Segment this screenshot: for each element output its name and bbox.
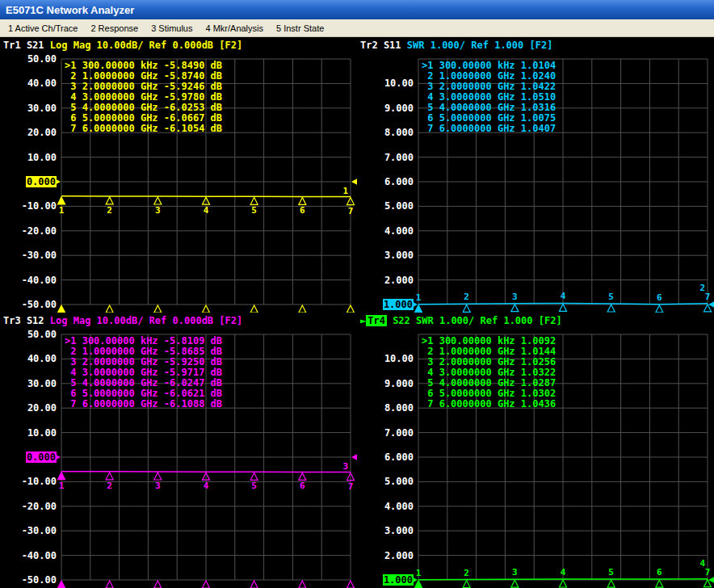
y-axis-label: 10.00	[0, 427, 57, 439]
panel-tr2-s11[interactable]: 12345672Tr2 S11 SWR 1.000/ Ref 1.000 [F2…	[357, 37, 714, 313]
marker-triangle-icon	[656, 580, 663, 587]
marker-triangle-icon	[250, 197, 258, 204]
marker-triangle-icon	[560, 304, 567, 311]
trace-title-label[interactable]: Tr3 S12	[3, 315, 50, 326]
ref-level-arrow-right	[351, 177, 357, 187]
y-axis-label: 10.00	[357, 78, 414, 89]
marker-number: 6	[300, 481, 305, 491]
panel-tr3-s12[interactable]: 12345673Tr3 S12 Log Mag 10.00dB/ Ref 0.0…	[0, 313, 357, 588]
marker-triangle-icon	[415, 305, 422, 313]
y-axis-label: 10.00	[0, 152, 57, 163]
marker-stimulus-triangle-icon	[347, 305, 355, 313]
marker-number: 4	[561, 291, 566, 301]
menu-item-stimulus[interactable]: 3 Stimulus	[145, 23, 199, 33]
window-titlebar[interactable]: E5071C Network Analyzer	[0, 0, 714, 19]
ref-level-arrow-right	[351, 452, 357, 462]
marker-stimulus-triangle-icon	[203, 305, 210, 313]
y-axis-label: 4.000	[357, 225, 414, 237]
y-axis-ref-label: 1.000	[357, 299, 414, 310]
y-axis-label: -20.00	[0, 501, 57, 512]
y-axis-ref-label: 0.000	[0, 452, 57, 463]
marker-number: 5	[608, 292, 614, 302]
marker-number: 2	[107, 205, 112, 216]
menu-item-active-ch-trace[interactable]: 1 Active Ch/Trace	[2, 23, 84, 33]
y-axis-label: 4.000	[357, 501, 414, 512]
marker-readout-row: 7 6.0000000 GHz 1.0407	[422, 124, 556, 134]
trace-title: ►Tr4 S22 SWR 1.000/ Ref 1.000 [F2]	[360, 315, 562, 326]
marker-stimulus-triangle-icon	[299, 581, 306, 588]
trace-title: Tr2 S11 SWR 1.000/ Ref 1.000 [F2]	[360, 40, 552, 51]
trace-number: 1	[342, 186, 348, 196]
marker-triangle-icon	[415, 581, 422, 588]
menu-bar: 1 Active Ch/Trace 2 Response 3 Stimulus …	[0, 19, 714, 37]
panel-tr4-s22[interactable]: 12345674►Tr4 S22 SWR 1.000/ Ref 1.000 [F…	[357, 313, 714, 588]
marker-stimulus-triangle-icon	[106, 581, 113, 588]
marker-triangle-icon	[607, 304, 615, 312]
marker-number: 2	[464, 568, 469, 578]
marker-triangle-icon	[511, 304, 519, 312]
marker-number: 6	[300, 205, 305, 216]
y-axis-label: 7.000	[357, 152, 414, 163]
marker-number: 4	[561, 567, 566, 578]
marker-number: 6	[657, 292, 662, 303]
y-axis-label: 5.000	[357, 476, 414, 487]
marker-triangle-icon	[607, 580, 615, 587]
window-title: E5071C Network Analyzer	[6, 4, 134, 16]
trace-title-label[interactable]: Tr1 S21	[3, 40, 50, 51]
marker-stimulus-triangle-icon	[203, 581, 210, 588]
y-axis-label: 9.000	[357, 103, 414, 114]
trace-title-meas: Log Mag 10.00dB/ Ref 0.000dB [F2]	[50, 315, 242, 326]
menu-item-response[interactable]: 2 Response	[84, 23, 145, 33]
y-axis-label: 9.000	[357, 378, 414, 389]
marker-triangle-icon	[154, 197, 162, 204]
y-axis-label: 20.00	[0, 402, 57, 414]
marker-stimulus-triangle-icon	[154, 581, 162, 588]
y-axis-label: -20.00	[0, 225, 57, 237]
y-axis-label: 50.00	[0, 53, 57, 65]
y-axis-label: 10.00	[357, 353, 414, 364]
y-axis-label: -40.00	[0, 275, 57, 286]
marker-number: 4	[204, 481, 209, 491]
marker-number: 6	[657, 567, 662, 578]
y-axis-label: 8.000	[357, 127, 414, 138]
marker-number: 5	[251, 481, 257, 491]
marker-stimulus-triangle-icon	[154, 305, 162, 313]
y-axis-label: -10.00	[0, 476, 57, 487]
y-axis-ref-label: 0.000	[0, 176, 57, 187]
y-axis-label: 2.000	[357, 275, 414, 286]
trace-panels: 12345671Tr1 S21 Log Mag 10.00dB/ Ref 0.0…	[0, 37, 714, 588]
y-axis-label: 7.000	[357, 427, 414, 439]
marker-stimulus-triangle-icon	[106, 305, 113, 313]
marker-stimulus-triangle-icon	[347, 581, 355, 588]
trace-title-label[interactable]: Tr4	[366, 315, 387, 326]
marker-stimulus-triangle-icon	[299, 305, 306, 313]
menu-item-mkr-analysis[interactable]: 4 Mkr/Analysis	[199, 23, 270, 33]
marker-triangle-icon	[299, 197, 306, 204]
marker-number: 5	[608, 567, 614, 578]
trace-title: Tr1 S21 Log Mag 10.00dB/ Ref 0.000dB [F2…	[3, 40, 242, 51]
marker-triangle-icon	[58, 472, 65, 480]
marker-triangle-icon	[656, 305, 663, 313]
marker-readout-row: 7 6.0000000 GHz -6.1088 dB	[65, 399, 222, 410]
trace-title-label[interactable]: Tr2 S11	[360, 40, 407, 51]
y-axis-label: 5.000	[357, 200, 414, 212]
panel-tr1-s21[interactable]: 12345671Tr1 S21 Log Mag 10.00dB/ Ref 0.0…	[0, 37, 357, 313]
instrument-window: E5071C Network Analyzer 1 Active Ch/Trac…	[0, 0, 714, 588]
y-axis-label: 20.00	[0, 127, 57, 138]
marker-triangle-icon	[250, 472, 258, 480]
trace-title-meas: SWR 1.000/ Ref 1.000 [F2]	[407, 40, 553, 51]
y-axis-label: 2.000	[357, 550, 414, 561]
y-axis-label: 40.00	[0, 78, 57, 89]
marker-number: 4	[204, 205, 209, 216]
trace-title: Tr3 S12 Log Mag 10.00dB/ Ref 0.000dB [F2…	[3, 315, 242, 326]
trace-number: 4	[699, 558, 705, 569]
trace-title-meas: Log Mag 10.00dB/ Ref 0.000dB [F2]	[50, 40, 242, 51]
marker-number: 1	[416, 568, 422, 578]
marker-stimulus-triangle-icon	[250, 305, 258, 313]
marker-triangle-icon	[511, 580, 519, 587]
y-axis-ref-label: 1.000	[357, 574, 414, 586]
y-axis-label: 50.00	[0, 329, 57, 340]
menu-item-instr-state[interactable]: 5 Instr State	[270, 23, 330, 33]
marker-number: 2	[464, 292, 469, 302]
y-axis-label: 30.00	[0, 103, 57, 114]
